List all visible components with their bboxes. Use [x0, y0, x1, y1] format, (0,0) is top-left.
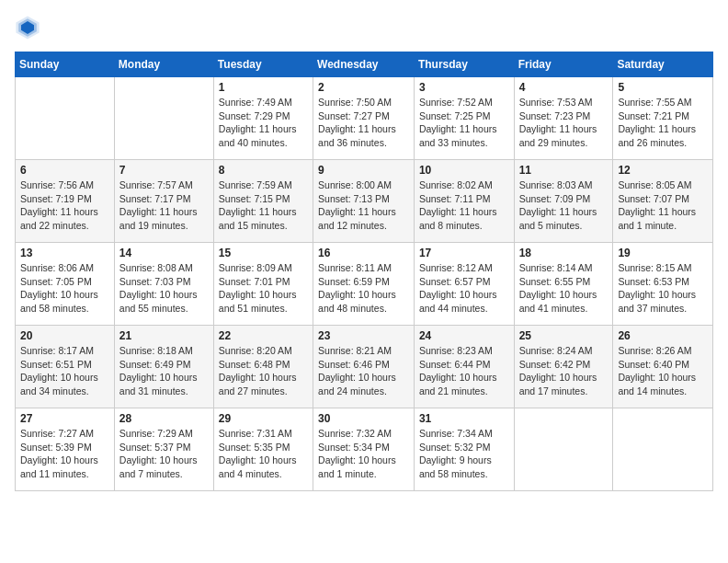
calendar-cell: 1Sunrise: 7:49 AM Sunset: 7:29 PM Daylig…	[213, 77, 313, 160]
calendar-cell: 4Sunrise: 7:53 AM Sunset: 7:23 PM Daylig…	[514, 77, 613, 160]
day-number: 14	[119, 247, 209, 259]
day-number: 24	[419, 329, 509, 342]
day-info: Sunrise: 8:12 AM Sunset: 6:57 PM Dayligh…	[419, 261, 509, 316]
calendar-week-row: 6Sunrise: 7:56 AM Sunset: 7:19 PM Daylig…	[16, 160, 713, 243]
calendar-cell: 7Sunrise: 7:57 AM Sunset: 7:17 PM Daylig…	[114, 160, 213, 243]
calendar-cell: 26Sunrise: 8:26 AM Sunset: 6:40 PM Dayli…	[613, 326, 713, 408]
day-number: 13	[20, 247, 109, 259]
day-number: 21	[119, 329, 209, 342]
day-number: 15	[219, 247, 308, 259]
calendar-cell: 19Sunrise: 8:15 AM Sunset: 6:53 PM Dayli…	[613, 243, 713, 326]
calendar-cell: 30Sunrise: 7:32 AM Sunset: 5:34 PM Dayli…	[313, 408, 415, 491]
day-info: Sunrise: 7:49 AM Sunset: 7:29 PM Dayligh…	[219, 96, 308, 150]
day-info: Sunrise: 8:11 AM Sunset: 6:59 PM Dayligh…	[318, 261, 409, 316]
day-info: Sunrise: 8:02 AM Sunset: 7:11 PM Dayligh…	[419, 178, 509, 233]
calendar-week-row: 20Sunrise: 8:17 AM Sunset: 6:51 PM Dayli…	[16, 326, 713, 408]
day-info: Sunrise: 7:52 AM Sunset: 7:25 PM Dayligh…	[419, 96, 509, 150]
day-number: 1	[219, 81, 308, 94]
day-info: Sunrise: 7:27 AM Sunset: 5:39 PM Dayligh…	[20, 427, 109, 481]
logo-icon	[15, 15, 40, 40]
calendar-cell	[16, 77, 115, 160]
day-of-week-header: Friday	[514, 52, 613, 77]
day-info: Sunrise: 8:05 AM Sunset: 7:07 PM Dayligh…	[618, 178, 708, 233]
calendar-cell: 15Sunrise: 8:09 AM Sunset: 7:01 PM Dayli…	[213, 243, 313, 326]
logo	[15, 15, 44, 40]
calendar-cell: 29Sunrise: 7:31 AM Sunset: 5:35 PM Dayli…	[213, 408, 313, 491]
calendar-cell: 10Sunrise: 8:02 AM Sunset: 7:11 PM Dayli…	[414, 160, 514, 243]
day-info: Sunrise: 7:50 AM Sunset: 7:27 PM Dayligh…	[318, 96, 409, 150]
day-number: 29	[219, 412, 308, 425]
calendar-cell: 16Sunrise: 8:11 AM Sunset: 6:59 PM Dayli…	[313, 243, 415, 326]
calendar-cell: 6Sunrise: 7:56 AM Sunset: 7:19 PM Daylig…	[16, 160, 115, 243]
day-info: Sunrise: 8:14 AM Sunset: 6:55 PM Dayligh…	[519, 261, 609, 316]
day-info: Sunrise: 8:18 AM Sunset: 6:49 PM Dayligh…	[119, 344, 209, 398]
calendar-cell: 9Sunrise: 8:00 AM Sunset: 7:13 PM Daylig…	[313, 160, 415, 243]
calendar-week-row: 13Sunrise: 8:06 AM Sunset: 7:05 PM Dayli…	[16, 243, 713, 326]
day-of-week-header: Wednesday	[313, 52, 415, 77]
day-number: 11	[519, 164, 609, 177]
day-info: Sunrise: 8:08 AM Sunset: 7:03 PM Dayligh…	[119, 261, 209, 316]
day-info: Sunrise: 8:09 AM Sunset: 7:01 PM Dayligh…	[219, 261, 308, 316]
calendar-cell	[114, 77, 213, 160]
day-number: 6	[20, 164, 109, 177]
day-info: Sunrise: 7:55 AM Sunset: 7:21 PM Dayligh…	[618, 96, 708, 150]
calendar-cell: 23Sunrise: 8:21 AM Sunset: 6:46 PM Dayli…	[313, 326, 415, 408]
day-info: Sunrise: 7:59 AM Sunset: 7:15 PM Dayligh…	[219, 178, 308, 233]
calendar-cell: 28Sunrise: 7:29 AM Sunset: 5:37 PM Dayli…	[114, 408, 213, 491]
calendar-cell	[514, 408, 613, 491]
calendar-cell: 12Sunrise: 8:05 AM Sunset: 7:07 PM Dayli…	[613, 160, 713, 243]
calendar-cell: 17Sunrise: 8:12 AM Sunset: 6:57 PM Dayli…	[414, 243, 514, 326]
day-number: 27	[20, 412, 109, 425]
calendar-cell: 3Sunrise: 7:52 AM Sunset: 7:25 PM Daylig…	[414, 77, 514, 160]
day-number: 4	[519, 81, 609, 94]
day-number: 31	[419, 412, 509, 425]
day-number: 28	[119, 412, 209, 425]
day-number: 3	[419, 81, 509, 94]
day-number: 22	[219, 329, 308, 342]
day-number: 17	[419, 247, 509, 259]
calendar-cell: 13Sunrise: 8:06 AM Sunset: 7:05 PM Dayli…	[16, 243, 115, 326]
calendar-cell: 18Sunrise: 8:14 AM Sunset: 6:55 PM Dayli…	[514, 243, 613, 326]
day-number: 12	[618, 164, 708, 177]
day-info: Sunrise: 7:31 AM Sunset: 5:35 PM Dayligh…	[219, 427, 308, 481]
calendar-cell	[613, 408, 713, 491]
calendar-cell: 21Sunrise: 8:18 AM Sunset: 6:49 PM Dayli…	[114, 326, 213, 408]
day-info: Sunrise: 7:32 AM Sunset: 5:34 PM Dayligh…	[318, 427, 409, 481]
calendar-week-row: 1Sunrise: 7:49 AM Sunset: 7:29 PM Daylig…	[16, 77, 713, 160]
day-of-week-header: Monday	[114, 52, 213, 77]
day-info: Sunrise: 8:24 AM Sunset: 6:42 PM Dayligh…	[519, 344, 609, 398]
day-number: 26	[618, 329, 708, 342]
day-of-week-header: Thursday	[414, 52, 514, 77]
day-info: Sunrise: 8:21 AM Sunset: 6:46 PM Dayligh…	[318, 344, 409, 398]
day-info: Sunrise: 7:34 AM Sunset: 5:32 PM Dayligh…	[419, 427, 509, 481]
day-info: Sunrise: 8:17 AM Sunset: 6:51 PM Dayligh…	[20, 344, 109, 398]
day-number: 25	[519, 329, 609, 342]
calendar-cell: 20Sunrise: 8:17 AM Sunset: 6:51 PM Dayli…	[16, 326, 115, 408]
calendar-cell: 25Sunrise: 8:24 AM Sunset: 6:42 PM Dayli…	[514, 326, 613, 408]
calendar-cell: 14Sunrise: 8:08 AM Sunset: 7:03 PM Dayli…	[114, 243, 213, 326]
day-info: Sunrise: 7:56 AM Sunset: 7:19 PM Dayligh…	[20, 178, 109, 233]
day-number: 19	[618, 247, 708, 259]
calendar-cell: 27Sunrise: 7:27 AM Sunset: 5:39 PM Dayli…	[16, 408, 115, 491]
day-info: Sunrise: 8:00 AM Sunset: 7:13 PM Dayligh…	[318, 178, 409, 233]
day-info: Sunrise: 7:29 AM Sunset: 5:37 PM Dayligh…	[119, 427, 209, 481]
day-number: 10	[419, 164, 509, 177]
calendar-week-row: 27Sunrise: 7:27 AM Sunset: 5:39 PM Dayli…	[16, 408, 713, 491]
days-of-week-row: SundayMondayTuesdayWednesdayThursdayFrid…	[16, 52, 713, 77]
day-number: 2	[318, 81, 409, 94]
calendar-cell: 11Sunrise: 8:03 AM Sunset: 7:09 PM Dayli…	[514, 160, 613, 243]
day-info: Sunrise: 8:26 AM Sunset: 6:40 PM Dayligh…	[618, 344, 708, 398]
day-number: 23	[318, 329, 409, 342]
day-number: 8	[219, 164, 308, 177]
day-number: 18	[519, 247, 609, 259]
calendar-cell: 8Sunrise: 7:59 AM Sunset: 7:15 PM Daylig…	[213, 160, 313, 243]
calendar-cell: 22Sunrise: 8:20 AM Sunset: 6:48 PM Dayli…	[213, 326, 313, 408]
day-info: Sunrise: 8:15 AM Sunset: 6:53 PM Dayligh…	[618, 261, 708, 316]
day-of-week-header: Tuesday	[213, 52, 313, 77]
page-header	[15, 15, 713, 40]
day-number: 9	[318, 164, 409, 177]
day-info: Sunrise: 8:06 AM Sunset: 7:05 PM Dayligh…	[20, 261, 109, 316]
day-number: 20	[20, 329, 109, 342]
day-info: Sunrise: 7:57 AM Sunset: 7:17 PM Dayligh…	[119, 178, 209, 233]
day-number: 5	[618, 81, 708, 94]
